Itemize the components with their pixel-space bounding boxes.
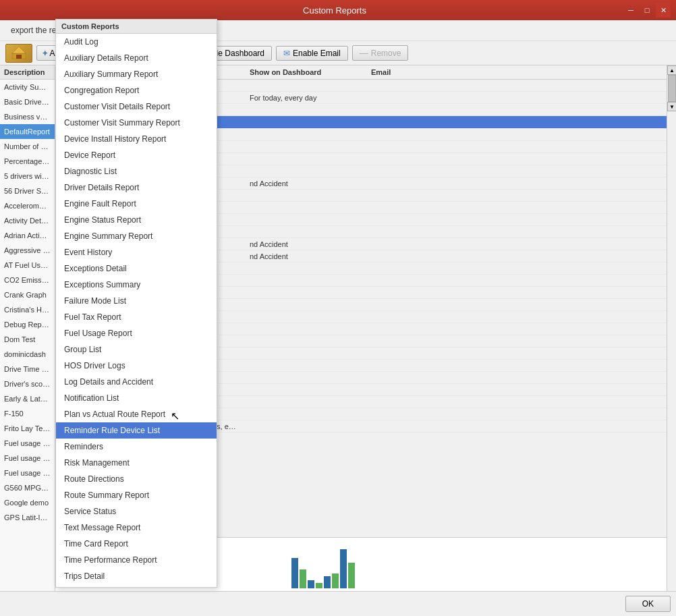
dropdown-item[interactable]: Service Status	[56, 503, 217, 520]
scroll-up-button[interactable]: ▲	[667, 65, 676, 75]
table-cell	[244, 219, 433, 221]
table-cell	[244, 389, 433, 391]
left-item[interactable]: Frito Lay Test...	[0, 421, 55, 436]
scroll-thumb[interactable]	[668, 75, 676, 102]
left-item[interactable]: Basic Driver S...	[0, 94, 55, 109]
table-cell	[433, 146, 514, 148]
left-item[interactable]: Driver's score...	[0, 376, 55, 391]
remove-button[interactable]: — Remove	[352, 45, 409, 61]
dropdown-item[interactable]: Risk Management	[56, 455, 217, 471]
enable-email-button[interactable]: ✉ Enable Email	[276, 46, 348, 61]
table-cell	[433, 291, 514, 294]
dropdown-item[interactable]: Reminder Rule Device List	[56, 422, 217, 439]
table-cell	[244, 328, 433, 331]
left-item[interactable]: Fuel usage an...	[0, 436, 55, 451]
left-item[interactable]: Business vs Pe...	[0, 109, 55, 124]
dropdown-item[interactable]: Auxiliary Details Report	[56, 50, 217, 66]
minimize-button[interactable]: ─	[623, 3, 638, 18]
dropdown-item[interactable]: Reminders	[56, 439, 217, 455]
left-item[interactable]: Crank Graph	[0, 287, 55, 302]
dropdown-item[interactable]: Auxiliary Summary Report	[56, 66, 217, 82]
left-item[interactable]: dominicdash	[0, 347, 55, 362]
dropdown-item[interactable]: Diagnostic List	[56, 163, 217, 179]
chart-bar	[308, 580, 314, 588]
table-cell	[244, 206, 433, 209]
dropdown-item[interactable]: Driver Details Report	[56, 179, 217, 196]
dropdown-item[interactable]: Route Summary Report	[56, 487, 217, 503]
left-item[interactable]: CO2 Emissions...	[0, 273, 55, 287]
left-item[interactable]: Drive Time vs...	[0, 362, 55, 376]
dropdown-item[interactable]: Customer Visit Details Report	[56, 99, 217, 115]
left-item[interactable]: Debug Report...	[0, 317, 55, 332]
dropdown-item[interactable]: Fuel Tax Report	[56, 309, 217, 325]
left-item[interactable]: Activity Detail...	[0, 213, 55, 228]
dropdown-item[interactable]: Route Directions	[56, 471, 217, 487]
dropdown-list[interactable]: Audit LogAuxiliary Details ReportAuxilia…	[56, 34, 217, 587]
dropdown-item[interactable]: Event History	[56, 244, 217, 260]
left-item[interactable]: Fuel usage tre...	[0, 466, 55, 480]
dropdown-item[interactable]: Fuel Usage Report	[56, 325, 217, 341]
left-item[interactable]: Cristina's HOV...	[0, 302, 55, 317]
dropdown-item[interactable]: Group List	[56, 341, 217, 358]
table-cell: For today, every day	[244, 92, 433, 103]
chart-bar	[300, 569, 306, 588]
left-item[interactable]: Early & Late T...	[0, 391, 55, 406]
left-item[interactable]: Google demo	[0, 495, 55, 510]
left-item[interactable]: 56 Driver Scor...	[0, 184, 55, 198]
dropdown-container[interactable]: Custom Reports Audit LogAuxiliary Detail…	[55, 19, 217, 588]
table-cell	[433, 376, 514, 379]
left-item[interactable]: AT Fuel Used...	[0, 258, 55, 273]
table-cell	[244, 194, 433, 197]
table-cell	[244, 134, 433, 136]
dropdown-item[interactable]: Exceptions Detail	[56, 260, 217, 277]
table-cell	[433, 425, 514, 428]
table-cell	[433, 96, 514, 99]
left-item[interactable]: Aggressive Dri...	[0, 243, 55, 258]
dropdown-item[interactable]: Trips Detail	[56, 568, 217, 584]
dropdown-item[interactable]: Trips Summary	[56, 584, 217, 587]
dropdown-item[interactable]: Time Performance Report	[56, 552, 217, 568]
dropdown-item[interactable]: Text Message Report	[56, 520, 217, 536]
table-cell	[433, 170, 514, 173]
left-panel-header: Description	[0, 65, 55, 80]
dropdown-item[interactable]: Time Card Report	[56, 536, 217, 552]
dropdown-item[interactable]: Notification List	[56, 390, 217, 406]
dropdown-item[interactable]: Audit Log	[56, 34, 217, 50]
dropdown-item[interactable]: Plan vs Actual Route Report	[56, 406, 217, 422]
table-cell: nd Accident	[244, 239, 433, 250]
right-scrollbar[interactable]: ▲ ▼	[667, 65, 676, 591]
dropdown-item[interactable]: Log Details and Accident	[56, 374, 217, 390]
table-cell	[433, 304, 514, 306]
dropdown-item[interactable]: Engine Fault Report	[56, 196, 217, 212]
dropdown-item[interactable]: Engine Summary Report	[56, 228, 217, 244]
left-item[interactable]: F-150	[0, 406, 55, 421]
left-item[interactable]: Percentage of...	[0, 154, 55, 169]
left-item[interactable]: DefaultReport	[0, 124, 55, 139]
dropdown-item[interactable]: Failure Mode List	[56, 293, 217, 309]
chart-bar	[324, 576, 331, 588]
left-item[interactable]: GPS Latit-lon...	[0, 510, 55, 525]
dropdown-item[interactable]: Customer Visit Summary Report	[56, 115, 217, 131]
left-item[interactable]: G560 MPG Re...	[0, 480, 55, 495]
dropdown-item[interactable]: Congregation Report	[56, 82, 217, 99]
left-panel-list[interactable]: Activity Summ...Basic Driver S...Busines…	[0, 80, 55, 591]
table-cell: nd Accident	[244, 178, 433, 189]
dropdown-item[interactable]: Engine Status Report	[56, 212, 217, 228]
left-item[interactable]: 5 drivers with...	[0, 169, 55, 184]
close-button[interactable]: ✕	[656, 3, 671, 18]
remove-icon: —	[360, 48, 368, 58]
maximize-button[interactable]: □	[640, 3, 654, 18]
left-item[interactable]: Activity Summ...	[0, 80, 55, 94]
left-item[interactable]: Fuel usage an...	[0, 451, 55, 466]
dropdown-item[interactable]: Device Install History Report	[56, 131, 217, 147]
left-item[interactable]: Adrian Activity...	[0, 228, 55, 243]
left-item[interactable]: Number of Sto...	[0, 139, 55, 154]
left-item[interactable]: Dom Test	[0, 332, 55, 347]
dropdown-item[interactable]: Device Report	[56, 147, 217, 163]
ok-button[interactable]: OK	[625, 596, 671, 612]
table-cell	[244, 304, 433, 306]
scroll-down-button[interactable]: ▼	[667, 102, 676, 111]
left-item[interactable]: Acceleromete...	[0, 198, 55, 213]
dropdown-item[interactable]: Exceptions Summary	[56, 277, 217, 293]
dropdown-item[interactable]: HOS Driver Logs	[56, 358, 217, 374]
